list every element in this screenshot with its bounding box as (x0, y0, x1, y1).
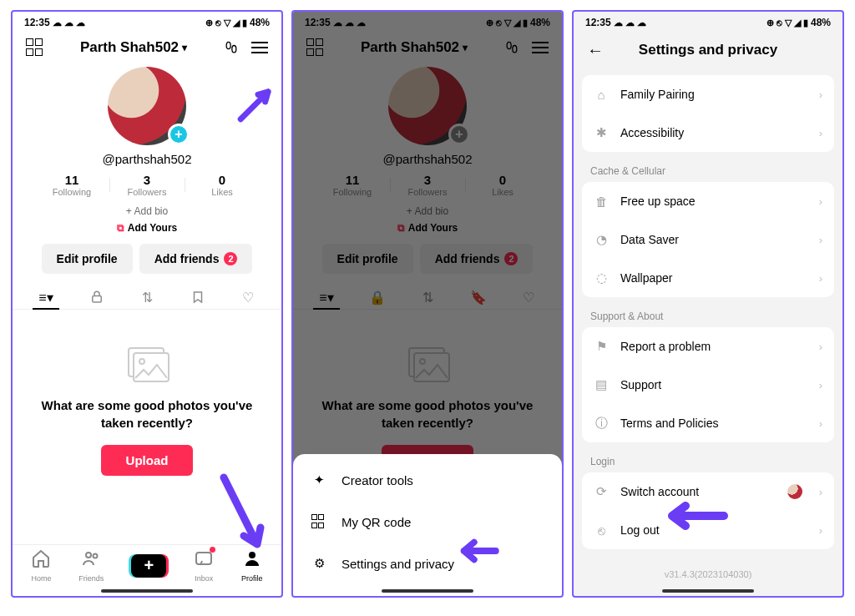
screen-settings: 12:35☁☁☁ ⊕⎋▽◢▮48% ← Settings and privacy… (572, 10, 844, 598)
row-report-problem[interactable]: ⚑ Report a problem› (582, 327, 834, 366)
home-icon: ⌂ (594, 87, 609, 102)
version-text: v31.4.3(2023104030) (574, 569, 842, 579)
row-wallpaper[interactable]: ◌ Wallpaper› (582, 259, 834, 297)
bottom-nav[interactable]: Home Friends + Inbox Profile (13, 544, 281, 583)
flag-icon: ⚑ (594, 339, 609, 354)
trash-icon: 🗑 (594, 194, 609, 209)
back-button[interactable]: ← (587, 41, 604, 60)
sheet-settings-privacy[interactable]: ⚙ Settings and privacy (293, 543, 562, 584)
friends-badge: 2 (224, 252, 237, 265)
settings-title: Settings and privacy (639, 42, 777, 58)
camera-icon: ⧉ (117, 222, 124, 234)
gear-icon: ⚙ (310, 554, 328, 573)
find-account-icon[interactable] (26, 38, 44, 57)
wallpaper-icon: ◌ (594, 270, 609, 285)
status-bar: 12:35☁☁☁ ⊕⎋▽◢▮48% (574, 12, 842, 30)
username[interactable]: @parthshah502 (103, 152, 192, 166)
stats-row[interactable]: 11 Following 3 Followers 0 Likes (13, 173, 281, 197)
menu-sheet: ✦ Creator tools My QR code ⚙ Settings an… (293, 454, 562, 596)
notification-dot (210, 547, 215, 553)
row-family-pairing[interactable]: ⌂ Family Pairing› (582, 75, 834, 114)
svg-point-7 (94, 554, 98, 558)
tab-saved[interactable] (185, 285, 211, 309)
stat-followers: 3 Followers (109, 173, 185, 197)
chevron-down-icon: ▾ (182, 42, 187, 53)
row-log-out[interactable]: ⎋ Log out› (582, 511, 834, 549)
nav-profile[interactable]: Profile (241, 548, 263, 583)
sheet-my-qr[interactable]: My QR code (293, 501, 562, 543)
chat-icon: ▤ (594, 377, 609, 392)
add-yours[interactable]: ⧉ Add Yours (117, 222, 178, 234)
chevron-right-icon: › (819, 88, 822, 101)
add-bio[interactable]: + Add bio (126, 205, 168, 217)
footprint-icon[interactable] (223, 39, 240, 56)
svg-rect-4 (134, 353, 169, 381)
tab-private[interactable] (83, 285, 110, 309)
screen-profile: 12:35 ☁☁☁ ⊕⎋▽◢▮ 48% Parth Shah502 ▾ + @p… (11, 10, 283, 598)
home-indicator (662, 589, 754, 593)
tab-liked[interactable]: ♡ (235, 285, 261, 309)
empty-state: What are some good photos you've taken r… (13, 310, 281, 476)
tab-grid[interactable]: ≡▾ (33, 285, 59, 309)
group-support: Support & About (574, 302, 842, 327)
nav-create[interactable]: + (131, 554, 166, 578)
stat-likes: 0 Likes (185, 173, 260, 197)
svg-point-6 (86, 553, 91, 558)
tab-reposts[interactable]: ⇅ (134, 285, 160, 309)
svg-rect-8 (196, 553, 211, 564)
svg-point-0 (226, 42, 230, 48)
group-cache: Cache & Cellular (574, 157, 842, 182)
sheet-creator-tools[interactable]: ✦ Creator tools (293, 459, 562, 501)
tutorial-arrow-profile (215, 472, 273, 556)
profile-switcher[interactable]: Parth Shah502 ▾ (80, 39, 187, 56)
nav-home[interactable]: Home (31, 548, 51, 583)
avatar-thumb (787, 484, 802, 499)
edit-profile-button[interactable]: Edit profile (42, 244, 133, 274)
status-battery: 48% (250, 17, 270, 28)
svg-point-9 (249, 552, 255, 558)
nav-friends[interactable]: Friends (78, 548, 104, 583)
logout-icon: ⎋ (594, 523, 609, 538)
drop-icon: ◔ (594, 232, 609, 247)
profile-avatar[interactable]: + (108, 67, 186, 145)
stat-following: 11 Following (34, 173, 109, 197)
row-terms[interactable]: ⓘ Terms and Policies› (582, 404, 834, 442)
menu-icon[interactable] (251, 42, 268, 53)
row-data-saver[interactable]: ◔ Data Saver› (582, 220, 834, 259)
row-accessibility[interactable]: ✱ Accessibility› (582, 114, 834, 152)
svg-point-1 (232, 46, 236, 53)
screen-menu-open: 12:35☁☁☁ ⊕⎋▽◢▮48% Parth Shah502▾ + @part… (291, 10, 564, 598)
switch-icon: ⟳ (594, 484, 609, 499)
row-free-up-space[interactable]: 🗑 Free up space› (582, 182, 834, 220)
svg-rect-2 (92, 296, 101, 303)
add-friends-button[interactable]: Add friends 2 (139, 244, 253, 274)
add-story-icon[interactable]: + (168, 124, 190, 145)
row-switch-account[interactable]: ⟳ Switch account › (582, 472, 834, 511)
group-login: Login (574, 447, 842, 472)
home-indicator (101, 589, 193, 593)
qr-icon (310, 512, 328, 531)
status-bar: 12:35 ☁☁☁ ⊕⎋▽◢▮ 48% (13, 12, 281, 30)
upload-button[interactable]: Upload (101, 445, 194, 476)
info-icon: ⓘ (594, 416, 609, 431)
status-time: 12:35 (24, 17, 50, 28)
wand-icon: ✦ (310, 471, 328, 489)
row-support[interactable]: ▤ Support› (582, 366, 834, 404)
accessibility-icon: ✱ (594, 125, 609, 140)
nav-inbox[interactable]: Inbox (194, 548, 214, 583)
